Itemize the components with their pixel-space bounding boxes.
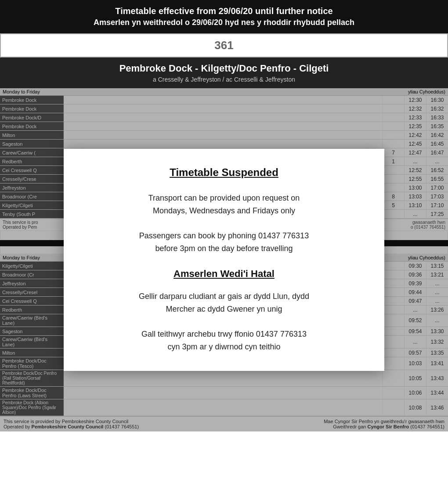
- page-container: Timetable effective from 29/06/20 until …: [0, 0, 448, 431]
- route-title-bar: Pembroke Dock - Kilgetty/Doc Penfro - Ci…: [0, 58, 448, 88]
- header-banner: Timetable effective from 29/06/20 until …: [0, 0, 448, 33]
- route-subtitle: a Cresselly & Jeffreyston / ac Cresselli…: [5, 76, 443, 83]
- timetable-outer: Monday to Friday yliau Cyhoeddus) Pembro…: [0, 88, 448, 431]
- modal-body-cy-2: Gall teithwyr archebu trwy ffonio 01437 …: [86, 328, 362, 353]
- modal-body-en-1: Transport can be provided upon request o…: [86, 192, 362, 217]
- modal-body-cy: Gellir darparu cludiant ar gais ar dydd …: [86, 290, 362, 353]
- route-main-title: Pembroke Dock - Kilgetty/Doc Penfro - Ci…: [5, 63, 443, 74]
- modal-box: Timetable Suspended Transport can be pro…: [64, 149, 384, 371]
- header-line2: Amserlen yn weithredol o 29/06/20 hyd ne…: [9, 18, 439, 27]
- modal-body-en: Transport can be provided upon request o…: [86, 192, 362, 255]
- modal-body-cy-1: Gellir darparu cludiant ar gais ar dydd …: [86, 290, 362, 316]
- route-number: 361: [0, 33, 448, 58]
- header-line1: Timetable effective from 29/06/20 until …: [9, 6, 439, 16]
- modal-title-en: Timetable Suspended: [86, 166, 362, 179]
- modal-body-en-2: Passengers can book by phoning 01437 776…: [86, 230, 362, 255]
- modal-overlay[interactable]: Timetable Suspended Transport can be pro…: [0, 88, 448, 431]
- modal-title-cy: Amserlen Wedi'i Hatal: [86, 268, 362, 280]
